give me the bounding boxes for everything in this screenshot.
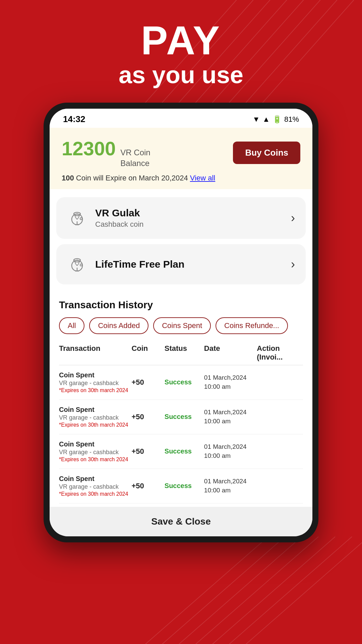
transaction-title: Transaction History bbox=[59, 299, 303, 311]
lifetime-plan-text: LifeTime Free Plan bbox=[95, 259, 184, 270]
col-coin: Coin bbox=[131, 344, 164, 362]
filter-tabs: All Coins Added Coins Spent Coins Refund… bbox=[59, 317, 303, 334]
battery-percent: 81% bbox=[284, 115, 299, 124]
row-transaction-1: Coin Spent VR garage - cashback *Expires… bbox=[59, 406, 131, 428]
row-date-3: 01 March,202410:00 am bbox=[204, 477, 257, 495]
lifetime-plan-arrow: › bbox=[291, 257, 295, 271]
filter-coins-spent[interactable]: Coins Spent bbox=[153, 317, 211, 334]
coin-balance-section: 12300 VR Coin Balance Buy Coins 100 Coin… bbox=[50, 128, 312, 189]
status-time: 14:32 bbox=[63, 114, 85, 124]
card-left-2: LifeTime Free Plan bbox=[67, 254, 184, 274]
svg-line-10 bbox=[201, 537, 335, 644]
table-row: Coin Spent VR garage - cashback *Expires… bbox=[59, 434, 303, 469]
svg-point-17 bbox=[80, 218, 82, 220]
expire-notice: 100 Coin will Expire on March 20,2024 Vi… bbox=[62, 174, 300, 182]
svg-line-13 bbox=[151, 537, 285, 644]
table-header: Transaction Coin Status Date Action (Inv… bbox=[59, 341, 303, 365]
header-pay-label: PAY bbox=[0, 20, 362, 60]
buy-coins-button[interactable]: Buy Coins bbox=[233, 142, 300, 164]
table-row: Coin Spent VR garage - cashback *Expires… bbox=[59, 400, 303, 434]
vr-gulak-arrow: › bbox=[291, 211, 295, 225]
lifetime-plan-title: LifeTime Free Plan bbox=[95, 259, 184, 270]
row-transaction-2: Coin Spent VR garage - cashback *Expires… bbox=[59, 440, 131, 463]
row-status-1: Success bbox=[165, 413, 204, 421]
svg-line-9 bbox=[218, 537, 352, 644]
phone-screen: 14:32 ▼ ▲ 🔋 81% 12300 VR Coin Balance Bu… bbox=[50, 109, 312, 536]
coin-balance-left: 12300 VR Coin Balance bbox=[62, 137, 150, 168]
table-row: Coin Spent VR garage - cashback *Expires… bbox=[59, 365, 303, 400]
col-action: Action (Invoi... bbox=[257, 344, 303, 362]
wifi-icon: ▼ bbox=[252, 115, 260, 124]
vr-gulak-subtitle: Cashback coin bbox=[95, 220, 143, 229]
header-section: PAY as you use bbox=[0, 0, 362, 103]
row-coin-3: +50 bbox=[131, 482, 164, 490]
svg-line-8 bbox=[235, 537, 362, 644]
battery-icon: 🔋 bbox=[273, 115, 282, 124]
save-close-button[interactable]: Save & Close bbox=[50, 507, 312, 536]
vr-gulak-card[interactable]: VR Gulak Cashback coin › bbox=[56, 197, 306, 239]
filter-coins-added[interactable]: Coins Added bbox=[89, 317, 148, 334]
table-rows-container: Coin Spent VR garage - cashback *Expires… bbox=[59, 365, 303, 503]
filter-coins-refunded[interactable]: Coins Refunde... bbox=[216, 317, 288, 334]
row-transaction-0: Coin Spent VR garage - cashback *Expires… bbox=[59, 371, 131, 393]
table-row: Coin Spent VR garage - cashback *Expires… bbox=[59, 469, 303, 503]
row-coin-2: +50 bbox=[131, 447, 164, 456]
svg-point-22 bbox=[76, 260, 78, 261]
view-all-link[interactable]: View all bbox=[190, 174, 215, 182]
row-status-2: Success bbox=[165, 447, 204, 455]
row-transaction-3: Coin Spent VR garage - cashback *Expires… bbox=[59, 475, 131, 497]
svg-line-11 bbox=[184, 537, 318, 644]
row-date-1: 01 March,202410:00 am bbox=[204, 408, 257, 426]
col-date: Date bbox=[204, 344, 257, 362]
row-date-0: 01 March,202410:00 am bbox=[204, 373, 257, 391]
svg-line-14 bbox=[134, 537, 268, 644]
lifetime-plan-card[interactable]: LifeTime Free Plan › bbox=[56, 244, 306, 284]
filter-all[interactable]: All bbox=[59, 317, 84, 334]
coin-amount: 12300 bbox=[62, 137, 116, 160]
vr-gulak-text: VR Gulak Cashback coin bbox=[95, 207, 143, 229]
transaction-section: Transaction History All Coins Added Coin… bbox=[50, 291, 312, 503]
status-bar: 14:32 ▼ ▲ 🔋 81% bbox=[50, 109, 312, 128]
coin-balance-row: 12300 VR Coin Balance Buy Coins bbox=[62, 137, 300, 168]
coin-label: VR Coin Balance bbox=[120, 147, 150, 168]
row-coin-1: +50 bbox=[131, 413, 164, 421]
col-transaction: Transaction bbox=[59, 344, 131, 362]
vr-gulak-title: VR Gulak bbox=[95, 207, 143, 219]
row-date-2: 01 March,202410:00 am bbox=[204, 442, 257, 460]
gulak-icon bbox=[67, 208, 87, 228]
header-sub-label: as you use bbox=[0, 60, 362, 89]
svg-line-12 bbox=[168, 537, 302, 644]
col-status: Status bbox=[165, 344, 204, 362]
svg-point-18 bbox=[76, 213, 78, 215]
row-status-0: Success bbox=[165, 378, 204, 386]
phone-mockup: 14:32 ▼ ▲ 🔋 81% 12300 VR Coin Balance Bu… bbox=[44, 103, 318, 542]
svg-point-21 bbox=[80, 264, 82, 266]
row-coin-0: +50 bbox=[131, 378, 164, 387]
lifetime-icon bbox=[67, 254, 87, 274]
status-icons: ▼ ▲ 🔋 81% bbox=[252, 115, 299, 124]
card-left: VR Gulak Cashback coin bbox=[67, 207, 143, 229]
row-status-3: Success bbox=[165, 482, 204, 490]
signal-icon: ▲ bbox=[262, 115, 270, 124]
